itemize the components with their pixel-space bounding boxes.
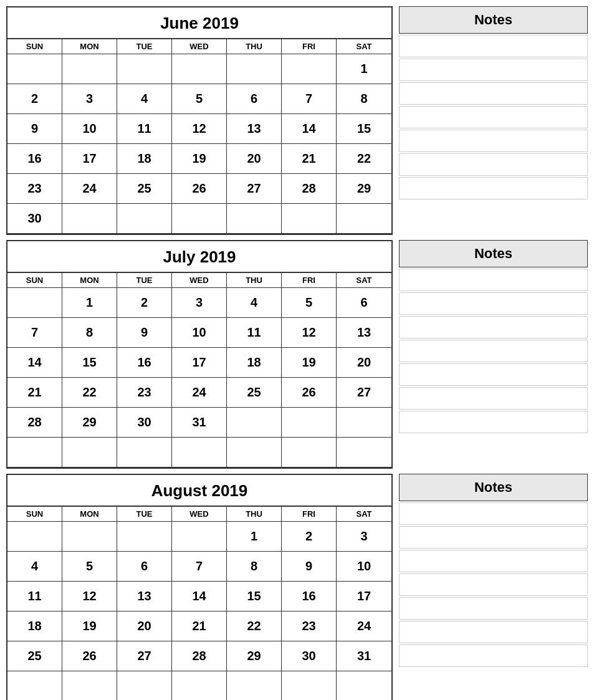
day-cell: 12 <box>282 318 337 348</box>
day-cell: 0 <box>227 438 282 467</box>
notes-line[interactable] <box>399 269 588 291</box>
day-cell: 27 <box>337 378 391 408</box>
notes-line[interactable] <box>399 363 588 386</box>
notes-line[interactable] <box>399 82 588 105</box>
notes-line[interactable] <box>399 177 588 199</box>
august-cells: 0000123456789101112131415161718192021222… <box>7 522 391 700</box>
day-cell: 16 <box>282 582 337 611</box>
day-cell: 0 <box>117 671 172 700</box>
notes-line[interactable] <box>399 550 588 572</box>
day-cell: 5 <box>282 288 337 318</box>
day-cell: 30 <box>7 204 62 234</box>
day-cell: 10 <box>172 318 227 348</box>
day-cell: 14 <box>282 114 337 144</box>
august-notes-lines <box>399 502 588 700</box>
day-cell: 8 <box>62 318 117 348</box>
day-cell: 15 <box>227 582 282 611</box>
day-cell: 0 <box>227 54 282 84</box>
june-notes-lines <box>399 35 588 235</box>
day-cell: 28 <box>7 408 62 438</box>
july-header-mon: MON <box>62 272 117 288</box>
june-notes-header: Notes <box>399 6 588 34</box>
day-cell: 13 <box>337 318 391 348</box>
page-container: June 2019 SUN MON TUE WED THU FRI SAT 00… <box>6 6 588 700</box>
notes-line[interactable] <box>399 411 588 433</box>
day-cell: 0 <box>227 408 282 438</box>
july-row: July 2019 SUN MON TUE WED THU FRI SAT 01… <box>6 240 588 469</box>
june-header-thu: THU <box>227 39 282 54</box>
day-cell: 0 <box>117 204 172 234</box>
day-cell: 22 <box>62 378 117 408</box>
july-notes-header: Notes <box>399 240 588 267</box>
notes-line[interactable] <box>399 35 588 57</box>
notes-line[interactable] <box>399 292 588 315</box>
day-cell: 16 <box>117 348 172 378</box>
day-cell: 31 <box>172 408 227 438</box>
july-calendar: July 2019 SUN MON TUE WED THU FRI SAT 01… <box>6 240 393 469</box>
notes-line[interactable] <box>399 153 588 176</box>
day-cell: 24 <box>172 378 227 408</box>
august-header-fri: FRI <box>282 506 337 522</box>
notes-line[interactable] <box>399 502 588 525</box>
day-cell: 9 <box>7 114 62 144</box>
day-cell: 0 <box>337 671 391 700</box>
notes-line[interactable] <box>399 597 588 620</box>
day-cell: 0 <box>7 288 62 318</box>
june-cells: 0000001234567891011121314151617181920212… <box>7 54 391 234</box>
day-cell: 0 <box>117 522 172 552</box>
day-cell: 6 <box>337 288 391 318</box>
day-cell: 26 <box>62 641 117 671</box>
day-cell: 19 <box>172 144 227 174</box>
day-cell: 1 <box>337 54 391 84</box>
day-cell: 23 <box>282 611 337 641</box>
august-title: August 2019 <box>7 475 391 506</box>
notes-line[interactable] <box>399 106 588 128</box>
notes-line[interactable] <box>399 621 588 643</box>
day-cell: 28 <box>282 174 337 204</box>
day-cell: 7 <box>282 84 337 114</box>
day-cell: 0 <box>227 204 282 234</box>
june-header-mon: MON <box>62 39 117 54</box>
notes-line[interactable] <box>399 573 588 596</box>
notes-line[interactable] <box>399 316 588 338</box>
day-cell: 1 <box>62 288 117 318</box>
day-cell: 13 <box>117 582 172 611</box>
day-cell: 23 <box>117 378 172 408</box>
day-cell: 13 <box>227 114 282 144</box>
august-notes-section: Notes <box>399 474 588 700</box>
day-cell: 20 <box>117 611 172 641</box>
day-cell: 0 <box>227 671 282 700</box>
july-cells: 0123456789101112131415161718192021222324… <box>7 288 391 467</box>
july-header-sat: SAT <box>337 272 391 288</box>
day-cell: 25 <box>117 174 172 204</box>
june-header-sat: SAT <box>337 39 391 54</box>
day-cell: 0 <box>7 671 62 700</box>
day-cell: 21 <box>282 144 337 174</box>
june-header-sun: SUN <box>7 39 62 54</box>
day-cell: 15 <box>62 348 117 378</box>
day-cell: 0 <box>7 522 62 552</box>
day-cell: 17 <box>62 144 117 174</box>
august-grid: SUN MON TUE WED THU FRI SAT <box>7 506 391 522</box>
august-notes-header: Notes <box>399 474 588 501</box>
notes-line[interactable] <box>399 340 588 362</box>
day-cell: 17 <box>337 582 391 611</box>
day-cell: 16 <box>7 144 62 174</box>
day-cell: 0 <box>337 204 391 234</box>
notes-line[interactable] <box>399 526 588 549</box>
notes-line[interactable] <box>399 645 588 667</box>
june-header-tue: TUE <box>117 39 172 54</box>
august-row: August 2019 SUN MON TUE WED THU FRI SAT … <box>6 474 588 700</box>
day-cell: 0 <box>172 54 227 84</box>
notes-line[interactable] <box>399 387 588 410</box>
day-cell: 21 <box>7 378 62 408</box>
notes-line[interactable] <box>399 130 588 152</box>
notes-line[interactable] <box>399 59 588 81</box>
day-cell: 23 <box>7 174 62 204</box>
july-header-tue: TUE <box>117 272 172 288</box>
june-header-wed: WED <box>172 39 227 54</box>
june-calendar: June 2019 SUN MON TUE WED THU FRI SAT 00… <box>6 6 393 235</box>
day-cell: 1 <box>227 522 282 552</box>
day-cell: 7 <box>7 318 62 348</box>
day-cell: 27 <box>227 174 282 204</box>
